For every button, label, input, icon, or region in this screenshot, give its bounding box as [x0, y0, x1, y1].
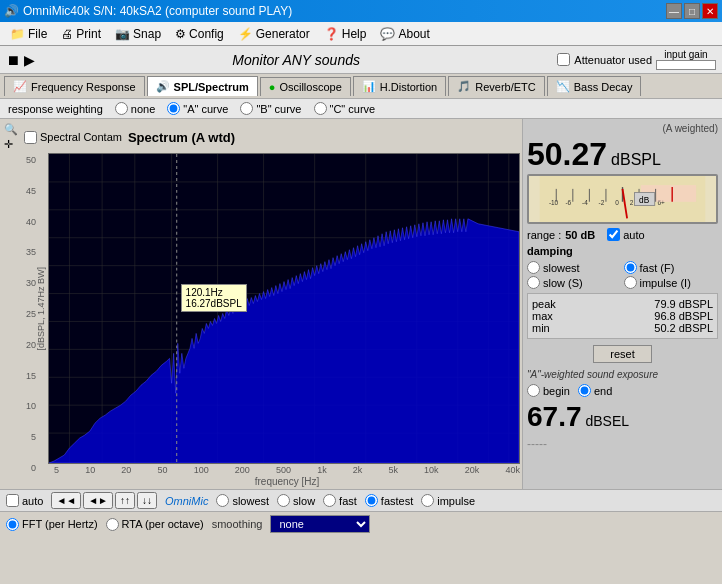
spectral-contam-checkbox[interactable]: Spectral Contam: [24, 131, 122, 144]
cursor-icon[interactable]: ✛: [4, 138, 18, 151]
menu-file[interactable]: 📁 File: [4, 25, 53, 43]
toolbar: ⏹ ▶ Monitor ANY sounds Attenuator used i…: [0, 46, 722, 74]
fft-radio[interactable]: FFT (per Hertz): [6, 518, 98, 531]
weighting-label: response weighting: [8, 103, 103, 115]
min-row: min 50.2 dBSPL: [532, 322, 713, 334]
svg-text:dB: dB: [639, 196, 650, 205]
range-value: 50 dB: [565, 229, 595, 241]
nav-buttons: ◄◄ ◄► ↑↑ ↓↓: [51, 492, 157, 509]
max-label: max: [532, 310, 553, 322]
reverb-icon: 🎵: [457, 80, 471, 93]
stats-section: peak 79.9 dBSPL max 96.8 dBSPL min 50.2 …: [527, 293, 718, 339]
menu-about[interactable]: 💬 About: [374, 25, 435, 43]
spl-spectrum-icon: 🔊: [156, 80, 170, 93]
snap-icon: 📷: [115, 27, 130, 41]
svg-text:-4: -4: [582, 199, 588, 206]
title-text: OmniMic40k S/N: 40kSA2 (computer sound P…: [23, 4, 292, 18]
exposure-radio-group: begin end: [527, 384, 718, 397]
close-button[interactable]: ✕: [702, 3, 718, 19]
zoom-icon[interactable]: 🔍: [4, 123, 18, 136]
speed-impulse[interactable]: impulse: [421, 494, 475, 507]
range-label: range :: [527, 229, 561, 241]
input-gain-bar[interactable]: [656, 60, 716, 70]
weighting-c-curve[interactable]: "C" curve: [314, 102, 376, 115]
damping-options: slowest fast (F) slow (S) impulse (I): [527, 261, 718, 289]
damping-fast[interactable]: fast (F): [624, 261, 719, 274]
damping-slow[interactable]: slow (S): [527, 276, 622, 289]
menu-config[interactable]: ⚙ Config: [169, 25, 230, 43]
bottom-controls: auto ◄◄ ◄► ↑↑ ↓↓ OmniMic slowest slow fa…: [0, 489, 722, 511]
max-row: max 96.8 dBSPL: [532, 310, 713, 322]
damping-label: damping: [527, 245, 718, 257]
speed-fast[interactable]: fast: [323, 494, 357, 507]
bottom-bottom-row: FFT (per Hertz) RTA (per octave) smoothi…: [0, 511, 722, 536]
app-icon: 🔊: [4, 4, 19, 18]
exposure-begin[interactable]: begin: [527, 384, 570, 397]
input-gain-label: input gain: [664, 49, 707, 60]
max-value: 96.8 dBSPL: [654, 310, 713, 322]
menu-snap[interactable]: 📷 Snap: [109, 25, 167, 43]
right-panel: (A weighted) 50.27 dBSPL -10 -6 -4 -2 0 …: [522, 119, 722, 489]
tab-reverb[interactable]: 🎵 Reverb/ETC: [448, 76, 545, 96]
tabs-row: 📈 Frequency Response 🔊 SPL/Spectrum ● Os…: [0, 74, 722, 99]
exposure-end[interactable]: end: [578, 384, 612, 397]
menu-help[interactable]: ❓ Help: [318, 25, 373, 43]
damping-slowest[interactable]: slowest: [527, 261, 622, 274]
bass-decay-icon: 📉: [556, 80, 570, 93]
input-gain-section: input gain: [656, 49, 716, 70]
svg-text:-10: -10: [549, 199, 559, 206]
vu-meter: -10 -6 -4 -2 0 2 4 6+: [527, 174, 718, 224]
chart-tooltip: 120.1Hz 16.27dBSPL: [181, 284, 247, 312]
tab-frequency-response[interactable]: 📈 Frequency Response: [4, 76, 145, 96]
menu-bar: 📁 File 🖨 Print 📷 Snap ⚙ Config ⚡ Generat…: [0, 22, 722, 46]
file-icon: 📁: [10, 27, 25, 41]
menu-generator[interactable]: ⚡ Generator: [232, 25, 316, 43]
peak-row: peak 79.9 dBSPL: [532, 298, 713, 310]
speed-options: slowest slow fast fastest impulse: [216, 494, 475, 507]
peak-label: peak: [532, 298, 556, 310]
nav-play[interactable]: ◄►: [83, 492, 113, 509]
attenuator-label: Attenuator used: [574, 54, 652, 66]
auto-checkbox-range[interactable]: auto: [607, 228, 644, 241]
svg-text:0: 0: [615, 199, 619, 206]
attenuator-checkbox[interactable]: [557, 53, 570, 66]
tab-hdistortion[interactable]: 📊 H.Distortion: [353, 76, 446, 96]
weighting-a-curve[interactable]: "A" curve: [167, 102, 228, 115]
tooltip-level: 16.27dBSPL: [186, 298, 242, 309]
reset-button[interactable]: reset: [593, 345, 651, 363]
speed-slowest[interactable]: slowest: [216, 494, 269, 507]
chart-plot[interactable]: 120.1Hz 16.27dBSPL: [48, 153, 520, 464]
omni-mic-label: OmniMic: [165, 495, 208, 507]
toolbar-icon2: ▶: [24, 52, 35, 68]
y-axis-label: [dBSPL, 1.47Hz BW]: [36, 267, 46, 351]
weighting-none[interactable]: none: [115, 102, 155, 115]
damping-impulse[interactable]: impulse (I): [624, 276, 719, 289]
tab-oscilloscope[interactable]: ● Oscilloscope: [260, 77, 351, 96]
tab-bass-decay[interactable]: 📉 Bass Decay: [547, 76, 642, 96]
smoothing-select[interactable]: none1/3 octave1/6 octave1/12 octave: [270, 515, 370, 533]
dashes: -----: [527, 437, 718, 451]
svg-text:-2: -2: [599, 199, 605, 206]
spl-value: 50.27: [527, 138, 607, 170]
speed-fastest[interactable]: fastest: [365, 494, 413, 507]
dbsel-display: 67.7 dBSEL: [527, 401, 718, 433]
x-axis: 5 10 20 50 100 200 500 1k 2k 5k 10k 20k …: [54, 464, 520, 476]
weighting-b-curve[interactable]: "B" curve: [240, 102, 301, 115]
nav-rewind[interactable]: ◄◄: [51, 492, 81, 509]
sound-exposure-label: "A"-weighted sound exposure: [527, 369, 718, 380]
nav-down-down[interactable]: ↓↓: [137, 492, 157, 509]
rta-radio[interactable]: RTA (per octave): [106, 518, 204, 531]
oscilloscope-icon: ●: [269, 81, 276, 93]
title-bar: 🔊 OmniMic40k S/N: 40kSA2 (computer sound…: [0, 0, 722, 22]
menu-print[interactable]: 🖨 Print: [55, 25, 107, 43]
speed-slow[interactable]: slow: [277, 494, 315, 507]
tab-spl-spectrum[interactable]: 🔊 SPL/Spectrum: [147, 76, 258, 96]
auto-checkbox-bottom[interactable]: auto: [6, 494, 43, 507]
chart-title: Spectrum (A wtd): [128, 130, 235, 145]
maximize-button[interactable]: □: [684, 3, 700, 19]
nav-up-up[interactable]: ↑↑: [115, 492, 135, 509]
peak-value: 79.9 dBSPL: [654, 298, 713, 310]
minimize-button[interactable]: —: [666, 3, 682, 19]
hdistortion-icon: 📊: [362, 80, 376, 93]
spl-unit: dBSPL: [611, 151, 661, 169]
